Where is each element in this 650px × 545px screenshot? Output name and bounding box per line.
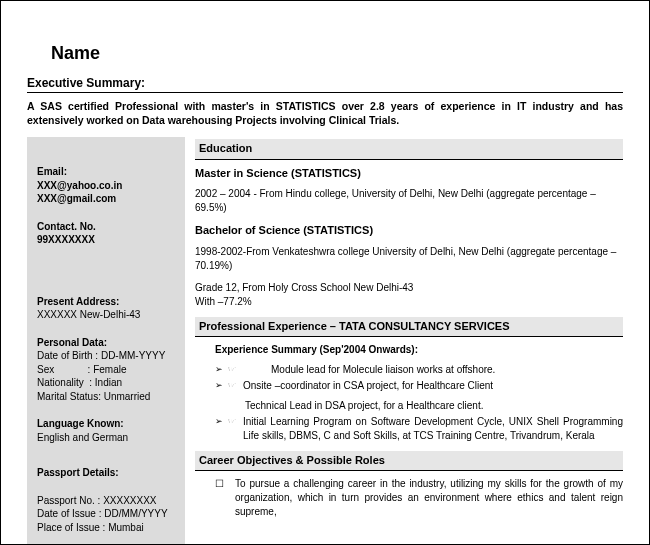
experience-list-2: Initial Learning Program on Software Dev…: [215, 415, 623, 443]
executive-summary-heading: Executive Summary:: [27, 76, 623, 93]
date-issue: Date of Issue : DD/MM/YYYY: [37, 507, 175, 521]
experience-list: Module lead for Molecule liaison works a…: [215, 363, 623, 393]
grade12-pct: With –77.2%: [195, 295, 623, 309]
personal-data-label: Personal Data:: [37, 336, 175, 350]
email-label: Email:: [37, 165, 175, 179]
experience-item-sub: Technical Lead in DSA project, for a Hea…: [195, 399, 623, 413]
place-issue: Place of Issue : Mumbai: [37, 521, 175, 535]
experience-summary-heading: Experience Summary (Sep'2004 Onwards):: [215, 343, 623, 357]
email-2: XXX@gmail.com: [37, 192, 175, 206]
nationality: Nationality : Indian: [37, 376, 175, 390]
passport-label: Passport Details:: [37, 466, 175, 480]
candidate-name: Name: [51, 43, 623, 64]
language-label: Language Known:: [37, 417, 175, 431]
degree-1-detail: 2002 – 2004 - From Hindu college, Univer…: [195, 187, 623, 215]
grade12: Grade 12, From Holy Cross School New Del…: [195, 281, 623, 295]
document-inner: Name Executive Summary: A SAS certified …: [27, 15, 623, 545]
experience-item: Onsite –coordinator in CSA project, for …: [215, 379, 623, 393]
content-columns: Email: XXX@yahoo.co.in XXX@gmail.com Con…: [27, 137, 623, 545]
sidebar: Email: XXX@yahoo.co.in XXX@gmail.com Con…: [27, 137, 185, 545]
email-1: XXX@yahoo.co.in: [37, 179, 175, 193]
degree-2: Bachelor of Science (STATISTICS): [195, 223, 623, 238]
language-value: English and German: [37, 431, 175, 445]
objective-item: To pursue a challenging career in the in…: [215, 477, 623, 519]
executive-summary-text: A SAS certified Professional with master…: [27, 99, 623, 127]
education-heading: Education: [195, 139, 623, 159]
degree-1: Master in Science (STATISTICS): [195, 166, 623, 181]
experience-item: Module lead for Molecule liaison works a…: [215, 363, 623, 377]
objectives-list: To pursue a challenging career in the in…: [215, 477, 623, 519]
sex: Sex : Female: [37, 363, 175, 377]
experience-heading: Professional Experience – TATA CONSULTAN…: [195, 317, 623, 337]
address-label: Present Address:: [37, 295, 175, 309]
marital: Marital Status: Unmarried: [37, 390, 175, 404]
address-value: XXXXXX New-Delhi-43: [37, 308, 175, 322]
degree-2-detail: 1998-2002-From Venkateshwra college Univ…: [195, 245, 623, 273]
experience-item: Initial Learning Program on Software Dev…: [215, 415, 623, 443]
contact-value: 99XXXXXXX: [37, 233, 175, 247]
main-column: Education Master in Science (STATISTICS)…: [195, 137, 623, 545]
dob: Date of Birth : DD-MM-YYYY: [37, 349, 175, 363]
contact-label: Contact. No.: [37, 220, 175, 234]
objectives-heading: Career Objectives & Possible Roles: [195, 451, 623, 471]
passport-no: Passport No. : XXXXXXXX: [37, 494, 175, 508]
document-page: Name Executive Summary: A SAS certified …: [0, 0, 650, 545]
